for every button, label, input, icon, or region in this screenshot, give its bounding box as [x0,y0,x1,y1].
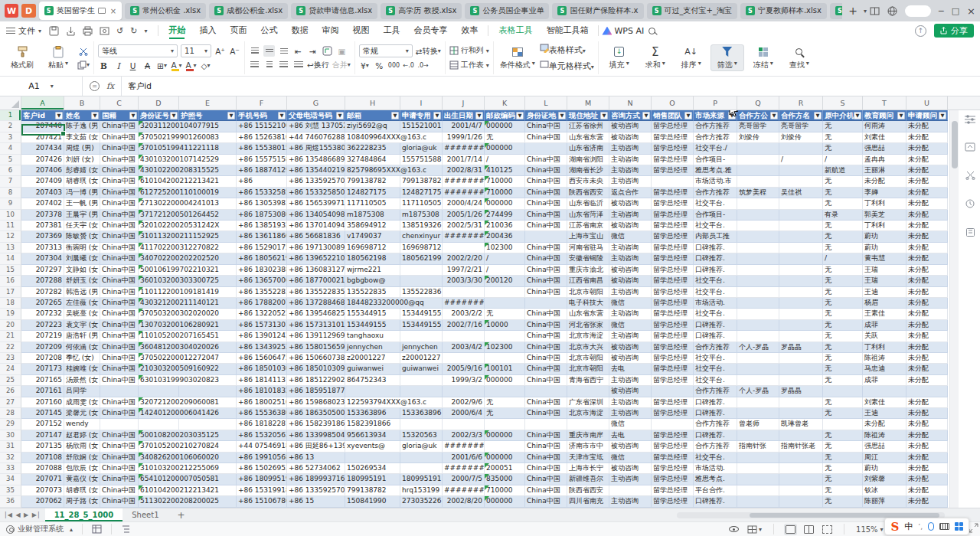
cell[interactable]: +86 1863505000 [287,408,345,419]
cell[interactable]: 留学总经理 [652,132,694,143]
cell[interactable]: 刘素佳 [863,397,906,408]
file-tab-2[interactable]: S成都公积金.xlsx [209,3,288,19]
cell[interactable]: 陈丽萍 [863,496,906,507]
merge-center-icon[interactable]: ▣ [336,45,348,57]
cell[interactable]: 320311200104077915 [139,121,179,132]
cell[interactable]: 327484864 [345,155,400,165]
cell[interactable]: +86 13 [287,453,345,463]
cell[interactable]: 32010220020531242X [139,221,179,231]
cell[interactable]: +86 1580156591 [287,342,345,353]
cell[interactable]: 留学总经理 [652,364,694,374]
cell[interactable]: / [823,253,863,264]
cell[interactable]: 000000 [485,453,525,463]
cell[interactable] [779,309,823,319]
cell[interactable]: 被动咨询 [609,386,652,397]
cell[interactable]: +86 15332585 [237,188,287,198]
cell[interactable]: 何雨涛 [863,121,906,132]
row-header-26[interactable]: 26 [0,386,21,397]
cell[interactable]: China中国 [525,243,567,253]
cell[interactable]: 未分配 [863,419,906,430]
cell[interactable]: 被动咨询 [609,121,652,132]
font-size-select[interactable]: 11▾ [181,44,211,57]
mic-icon[interactable] [928,522,934,531]
cell[interactable]: 袁文宇 (女 [64,320,100,331]
underline-button[interactable]: U [127,60,139,71]
cell[interactable]: 内部员工推 [694,231,737,242]
cell[interactable]: 207135 [21,441,64,452]
col-header-O[interactable]: O [652,96,694,109]
ime-menu-icon[interactable] [955,522,963,531]
cell[interactable]: 被动咨询 [609,441,652,452]
cell[interactable]: China中国 [525,121,567,132]
cell[interactable]: 153363896 [400,408,443,419]
row-header-35[interactable]: 35 [0,485,21,496]
cell[interactable]: China中国 [525,253,567,264]
cell[interactable]: China中国 [525,474,567,485]
menu-tab-公式[interactable]: 公式 [253,22,284,39]
col-header-N[interactable]: N [609,96,652,109]
cell[interactable]: 被动咨询 [609,342,652,353]
cell[interactable]: +86 18302388 [237,265,287,276]
cell[interactable]: 新疆维吾尔 [567,474,609,485]
cell[interactable]: 返点合作 [609,188,652,198]
cell[interactable]: China中国 [100,143,139,154]
cell[interactable]: 100101 [485,364,525,374]
cell[interactable]: China中国 [100,430,139,441]
cell[interactable]: tanghaoxu [345,331,400,342]
cell[interactable]: 主动咨询 [609,165,652,176]
cell[interactable]: +86 18056219 [237,253,287,264]
cell[interactable]: 1997/2/21 [443,265,485,276]
cell[interactable]: 社交平台./ [694,143,737,154]
cell[interactable]: ######## [443,231,485,242]
menu-tab-会员专享[interactable]: 会员专享 [407,22,454,39]
row-header-13[interactable]: 13 [0,243,21,253]
row-header-25[interactable]: 25 [0,375,21,386]
cell[interactable]: 雅思考点.雅 [694,165,737,176]
cell[interactable]: 430103200107142529 [139,155,179,165]
cell[interactable]: 138519326 [400,221,443,231]
cell[interactable] [779,243,823,253]
cell[interactable]: 北京市海淀 [567,331,609,342]
cell[interactable]: 000000 [485,143,525,154]
cell[interactable]: China中国 [525,320,567,331]
header-cell[interactable]: 申请专用▼ [400,110,443,121]
cell[interactable]: 无 [823,453,863,463]
cell[interactable]: 511302200208200025 [139,496,179,507]
cell[interactable]: 无 [823,474,863,485]
cell[interactable]: 未分配 [906,342,948,353]
cell[interactable]: hrq153199 [400,485,443,496]
cell[interactable] [906,386,948,397]
cell[interactable]: 710000 [485,176,525,187]
cell[interactable]: China中国 [100,453,139,463]
fx-icon[interactable]: fx [106,81,114,91]
cell[interactable] [400,386,443,397]
cell[interactable]: 吴晓蔓 (女 [64,309,100,319]
cell[interactable]: 799138782 [400,176,443,187]
cell[interactable]: 207209 [21,342,64,353]
cell[interactable] [779,353,823,364]
cell[interactable]: 207421 [21,132,64,143]
cell[interactable] [737,430,779,441]
cell[interactable]: 主动咨询 [609,331,652,342]
cell[interactable] [525,231,567,242]
cell[interactable]: 310103200212255069 [139,463,179,474]
cell[interactable]: China中国 [100,231,139,242]
cell[interactable] [737,155,779,165]
cell[interactable]: 湖南省浏阳 [567,155,609,165]
present-icon[interactable] [98,8,106,14]
cell[interactable]: 合作方推荐 [694,188,737,198]
cell[interactable]: 四川省南充 [567,496,609,507]
cell[interactable] [737,375,779,386]
cell[interactable]: 重庆市南岸 [567,430,609,441]
cell[interactable]: 10000 [485,320,525,331]
cell[interactable]: 207108 [21,453,64,463]
cell[interactable]: 207381 [21,221,64,231]
cell[interactable]: 340702200202202520 [139,253,179,264]
cell[interactable]: 207145 [21,408,64,419]
cell[interactable]: 207288 [21,276,64,286]
cell[interactable]: 未分配 [906,210,948,221]
font-name-select[interactable]: 等线▾ [98,44,178,57]
cell[interactable]: 微信 [609,320,652,331]
cell[interactable]: China中国 [100,210,139,221]
cell[interactable] [400,419,443,430]
